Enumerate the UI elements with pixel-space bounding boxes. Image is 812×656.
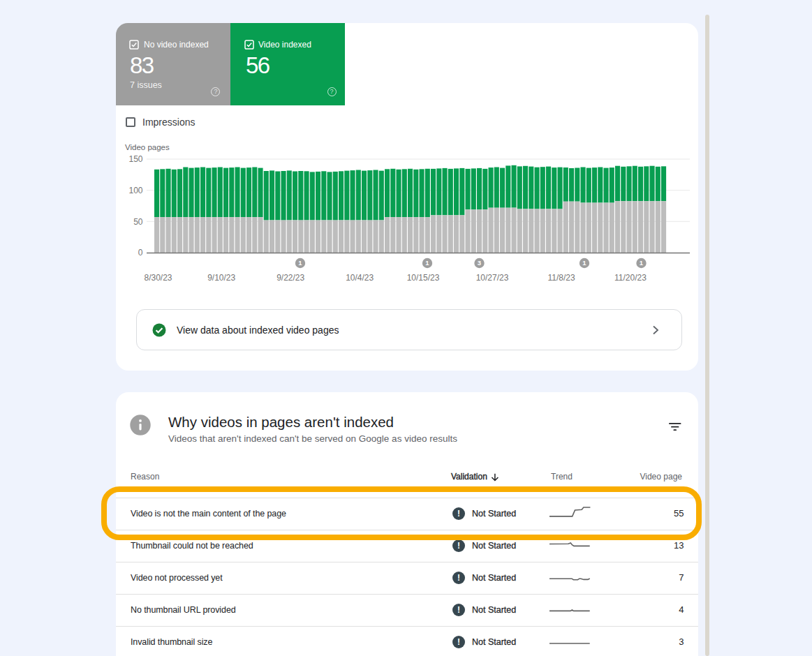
svg-text:150: 150 (128, 154, 142, 164)
svg-text:9/22/23: 9/22/23 (276, 273, 304, 283)
svg-text:8/30/23: 8/30/23 (144, 273, 172, 283)
svg-text:11/8/23: 11/8/23 (547, 273, 575, 283)
svg-text:10/15/23: 10/15/23 (407, 273, 440, 283)
svg-text:100: 100 (128, 186, 142, 195)
svg-text:9/10/23: 9/10/23 (207, 273, 235, 283)
svg-text:10/27/23: 10/27/23 (476, 273, 509, 283)
svg-text:1: 1 (298, 259, 302, 267)
svg-text:0: 0 (138, 248, 143, 258)
svg-text:1: 1 (640, 259, 644, 267)
svg-text:11/20/23: 11/20/23 (614, 273, 647, 283)
svg-text:1: 1 (425, 259, 429, 267)
svg-text:Video pages: Video pages (125, 143, 170, 151)
svg-text:10/4/23: 10/4/23 (346, 273, 374, 283)
svg-text:50: 50 (133, 217, 143, 227)
svg-text:1: 1 (582, 259, 586, 267)
svg-text:3: 3 (478, 259, 481, 267)
